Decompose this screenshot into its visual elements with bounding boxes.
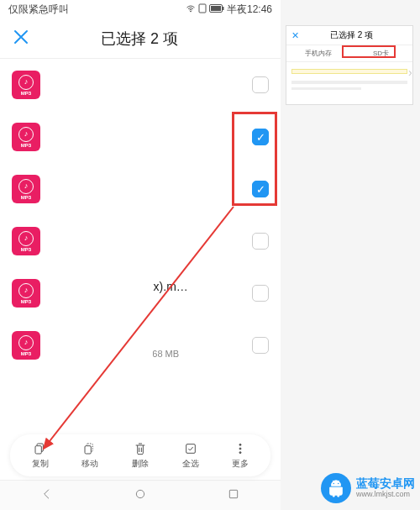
svg-rect-1 bbox=[199, 4, 206, 13]
more-icon bbox=[233, 441, 248, 456]
recent-nav-button[interactable] bbox=[227, 487, 240, 504]
home-nav-button[interactable] bbox=[134, 487, 147, 504]
more-button[interactable]: 更多 bbox=[232, 441, 249, 470]
mp3-file-icon: ♪ MP3 bbox=[12, 331, 40, 360]
android-nav-bar bbox=[0, 480, 281, 510]
mp3-file-icon: ♪ MP3 bbox=[12, 279, 40, 308]
thumb-close-icon: ✕ bbox=[291, 30, 299, 41]
trash-icon bbox=[133, 441, 148, 456]
svg-rect-9 bbox=[186, 444, 195, 454]
svg-rect-8 bbox=[85, 446, 91, 454]
select-all-icon bbox=[183, 441, 198, 456]
thumb-tab-internal: 手机内存 bbox=[286, 45, 349, 61]
android-icon bbox=[321, 473, 351, 503]
svg-point-13 bbox=[136, 490, 144, 497]
mp3-file-icon: ♪ MP3 bbox=[12, 227, 40, 255]
svg-rect-6 bbox=[35, 446, 41, 454]
annotation-highlight-sdcard bbox=[342, 45, 396, 58]
checkbox[interactable] bbox=[252, 233, 269, 250]
copy-icon bbox=[33, 441, 48, 456]
battery-icon bbox=[209, 3, 224, 15]
checkbox[interactable] bbox=[252, 285, 269, 302]
bottom-action-bar: 复制 移动 删除 全选 更多 bbox=[10, 434, 270, 476]
watermark-title: 蓝莓安卓网 bbox=[356, 477, 415, 490]
svg-rect-3 bbox=[211, 6, 221, 11]
page-title: 已选择 2 项 bbox=[62, 29, 217, 49]
checkbox[interactable] bbox=[252, 337, 269, 354]
selection-header: 已选择 2 项 bbox=[0, 18, 281, 59]
svg-point-17 bbox=[338, 483, 339, 484]
tutorial-thumbnail-panel: ✕ 已选择 2 项 手机内存 SD卡 bbox=[286, 25, 413, 105]
delete-button[interactable]: 删除 bbox=[132, 441, 149, 470]
svg-point-16 bbox=[333, 483, 334, 484]
mp3-file-icon: ♪ MP3 bbox=[12, 123, 40, 151]
svg-point-12 bbox=[239, 452, 241, 454]
watermark-url: www.lmkjst.com bbox=[356, 491, 415, 499]
overlay-mask bbox=[52, 59, 153, 378]
sim-icon bbox=[198, 3, 207, 16]
back-nav-button[interactable] bbox=[40, 487, 54, 504]
close-icon[interactable] bbox=[13, 28, 29, 50]
wifi-icon bbox=[186, 3, 196, 16]
svg-point-10 bbox=[239, 444, 241, 445]
svg-point-11 bbox=[239, 448, 241, 450]
move-button[interactable]: 移动 bbox=[81, 441, 98, 470]
chevron-right-icon: › bbox=[408, 66, 412, 79]
status-left-text: 仅限紧急呼叫 bbox=[8, 3, 69, 17]
watermark-logo: 蓝莓安卓网 www.lmkjst.com bbox=[321, 473, 415, 503]
annotation-highlight-checkboxes bbox=[232, 112, 277, 206]
checkbox[interactable] bbox=[252, 76, 269, 93]
svg-rect-14 bbox=[230, 490, 238, 497]
status-time: 半夜12:46 bbox=[227, 3, 272, 17]
mp3-file-icon: ♪ MP3 bbox=[12, 175, 40, 203]
svg-rect-4 bbox=[223, 7, 224, 10]
thumb-title: 已选择 2 项 bbox=[316, 29, 387, 41]
svg-point-0 bbox=[190, 11, 191, 12]
copy-button[interactable]: 复制 bbox=[32, 441, 49, 470]
mp3-file-icon: ♪ MP3 bbox=[12, 71, 40, 99]
move-icon bbox=[82, 441, 97, 456]
status-bar: 仅限紧急呼叫 半夜12:46 bbox=[0, 0, 281, 18]
select-all-button[interactable]: 全选 bbox=[182, 441, 199, 470]
